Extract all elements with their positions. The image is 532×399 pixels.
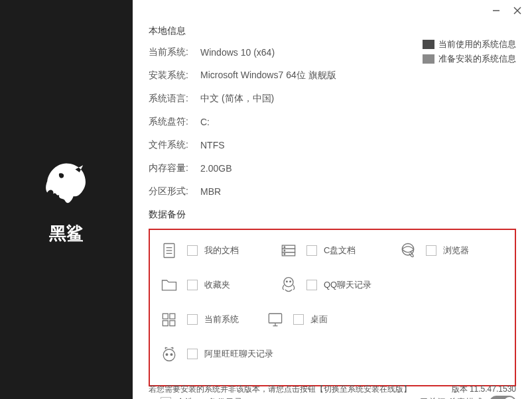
- label-partition: 分区形式:: [149, 186, 200, 198]
- svg-point-27: [170, 354, 172, 356]
- label-memory: 内存容量:: [149, 162, 200, 174]
- backup-item-aliww[interactable]: 阿里旺旺聊天记录: [159, 344, 292, 364]
- value-drive: C:: [200, 117, 210, 127]
- svg-point-12: [284, 250, 285, 251]
- brand-name: 黑鲨: [36, 222, 96, 245]
- checkbox-docs[interactable]: [187, 245, 198, 256]
- version-label: 版本 11.5.47.1530: [452, 384, 516, 395]
- svg-point-0: [60, 174, 63, 177]
- close-button[interactable]: [511, 5, 524, 16]
- value-language: 中文 (简体，中国): [200, 93, 274, 105]
- checkbox-aliww[interactable]: [187, 349, 198, 359]
- legend-swatch-dark: [423, 40, 434, 49]
- backup-item-browser[interactable]: 浏览器: [398, 241, 504, 260]
- label-drive: 系统盘符:: [149, 116, 200, 128]
- svg-rect-19: [170, 314, 175, 319]
- windows-icon: [159, 310, 179, 329]
- aliww-icon: [159, 344, 179, 364]
- label-filesystem: 文件系统:: [149, 139, 200, 151]
- backup-item-cdocs[interactable]: C盘文档: [279, 241, 398, 260]
- av-mode: [已关闭]杀毒模式: [418, 396, 516, 399]
- backup-box: 我的文档 C盘文档 浏览器 收藏夹 QQ聊天记录: [149, 229, 516, 386]
- monitor-icon: [265, 310, 285, 329]
- info-grid: 当前系统:Windows 10 (x64) 安装系统:Microsoft Win…: [149, 46, 516, 198]
- checkbox-qq[interactable]: [306, 280, 317, 290]
- footer-link[interactable]: 切换至系统安装在线版: [324, 384, 403, 394]
- backup-item-fav[interactable]: 收藏夹: [159, 275, 279, 295]
- svg-rect-21: [170, 321, 175, 326]
- footer-text: 若您需要安装的系统并非该版本，请您点击按钮【切换至系统安装在线版】: [149, 384, 411, 395]
- browser-icon: [398, 241, 418, 260]
- main-panel: 本地信息 当前使用的系统信息 准备安装的系统信息 当前系统:Windows 10…: [133, 0, 532, 399]
- legend-current: 当前使用的系统信息: [423, 38, 516, 50]
- select-all-label: 全选: [176, 396, 194, 399]
- checkbox-desktop[interactable]: [293, 314, 304, 325]
- legend-swatch-gray: [423, 54, 434, 64]
- backup-grid: 我的文档 C盘文档 浏览器 收藏夹 QQ聊天记录: [159, 241, 505, 378]
- label-current-system: 当前系统:: [149, 46, 200, 58]
- local-info-title: 本地信息: [149, 25, 516, 37]
- qq-icon: [279, 275, 299, 295]
- checkbox-cursys[interactable]: [187, 314, 198, 325]
- svg-rect-18: [163, 314, 168, 319]
- minimize-button[interactable]: [490, 5, 503, 16]
- label-language: 系统语言:: [149, 93, 200, 105]
- backup-item-cursys[interactable]: 当前系统: [159, 310, 265, 329]
- checkbox-cdocs[interactable]: [306, 245, 317, 256]
- value-memory: 2.00GB: [200, 163, 232, 174]
- label-install-system: 安装系统:: [149, 70, 200, 82]
- backup-item-qq[interactable]: QQ聊天记录: [279, 275, 411, 295]
- backup-title: 数据备份: [149, 209, 516, 221]
- svg-point-13: [284, 253, 285, 255]
- legend-prepare: 准备安装的系统信息: [423, 53, 516, 65]
- svg-point-15: [284, 278, 293, 287]
- shark-icon: [36, 154, 96, 214]
- svg-point-25: [163, 349, 175, 361]
- av-mode-label: [已关闭]杀毒模式: [418, 396, 483, 399]
- value-partition: MBR: [200, 186, 221, 197]
- svg-point-11: [284, 247, 285, 248]
- svg-rect-22: [269, 314, 281, 323]
- folder-icon: [159, 275, 179, 295]
- document-icon: [159, 241, 179, 260]
- footer: 若您需要安装的系统并非该版本，请您点击按钮【切换至系统安装在线版】 版本 11.…: [149, 384, 516, 395]
- sidebar: 黑鲨: [0, 0, 133, 399]
- svg-rect-20: [163, 321, 168, 326]
- value-current-system: Windows 10 (x64): [200, 47, 275, 58]
- backup-dir-label: 备份目录:: [208, 396, 245, 399]
- disk-icon: [279, 241, 299, 260]
- svg-point-26: [166, 354, 168, 356]
- svg-point-17: [290, 281, 291, 282]
- backup-item-desktop[interactable]: 桌面: [265, 310, 385, 329]
- checkbox-browser[interactable]: [426, 245, 436, 256]
- svg-point-16: [287, 281, 288, 282]
- backup-item-docs[interactable]: 我的文档: [159, 241, 279, 260]
- value-filesystem: NTFS: [200, 140, 225, 150]
- options-row: 全选 备份目录: D:\heisha\bak\ [已关闭]杀毒模式: [149, 396, 516, 399]
- checkbox-fav[interactable]: [187, 280, 198, 290]
- window-controls: [490, 5, 524, 16]
- brand-logo: 黑鲨: [36, 154, 96, 245]
- legend: 当前使用的系统信息 准备安装的系统信息: [423, 38, 516, 68]
- value-install-system: Microsoft Windows7 64位 旗舰版: [200, 70, 336, 82]
- av-mode-toggle[interactable]: [490, 396, 516, 399]
